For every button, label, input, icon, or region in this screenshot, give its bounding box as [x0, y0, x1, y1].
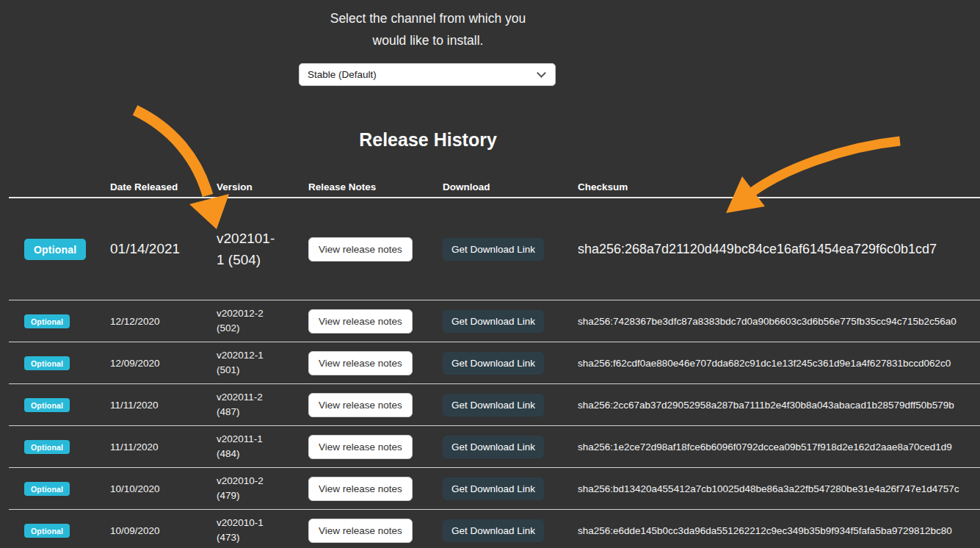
get-download-link-button[interactable]: Get Download Link [443, 519, 544, 542]
view-release-notes-button[interactable]: View release notes [308, 237, 413, 262]
checksum: sha256:f62cdf0ae880e46e707dda682c91dc1e1… [578, 358, 980, 369]
date-released: 12/09/2020 [110, 358, 217, 369]
version: v202010-1 (473) [217, 516, 281, 546]
table-row: Optional 10/09/2020 v202010-1 (473) View… [9, 510, 980, 548]
date-released: 12/12/2020 [110, 316, 217, 327]
status-badge: Optional [24, 440, 70, 454]
header-date-released: Date Released [110, 181, 217, 192]
version: v202012-2 (502) [217, 306, 281, 336]
header-checksum: Checksum [578, 181, 980, 192]
date-released: 10/10/2020 [110, 483, 217, 494]
view-release-notes-button[interactable]: View release notes [308, 477, 413, 501]
version: v202011-1 (484) [217, 432, 281, 462]
version: v202011-2 (487) [217, 390, 281, 420]
status-badge: Optional [24, 482, 70, 496]
table-row: Optional 11/11/2020 v202011-1 (484) View… [9, 426, 980, 468]
status-badge: Optional [24, 356, 70, 370]
channel-select[interactable]: Stable (Default) [299, 63, 556, 86]
table-row: Optional 11/11/2020 v202011-2 (487) View… [9, 384, 980, 426]
view-release-notes-button[interactable]: View release notes [308, 309, 413, 334]
status-badge: Optional [24, 314, 70, 328]
checksum: sha256:1e2ce72d98af18fce6b6096f0792dccea… [578, 441, 980, 453]
table-header-row: Date Released Version Release Notes Down… [9, 176, 980, 198]
header-download: Download [443, 181, 578, 192]
view-release-notes-button[interactable]: View release notes [308, 519, 413, 543]
date-released: 01/14/2021 [110, 241, 217, 257]
view-release-notes-button[interactable]: View release notes [308, 351, 413, 375]
channel-select-value: Stable (Default) [300, 69, 538, 80]
get-download-link-button[interactable]: Get Download Link [443, 310, 544, 333]
view-release-notes-button[interactable]: View release notes [308, 393, 413, 417]
version: v202101-1 (504) [217, 228, 281, 271]
date-released: 10/09/2020 [110, 525, 217, 536]
table-row: Optional 10/10/2020 v202010-2 (479) View… [9, 468, 980, 510]
status-badge: Optional [24, 398, 70, 412]
view-release-notes-button[interactable]: View release notes [308, 435, 413, 459]
get-download-link-button[interactable]: Get Download Link [443, 436, 544, 458]
release-history-page: Select the channel from which you would … [0, 0, 980, 548]
table-row: Optional 12/12/2020 v202012-2 (502) View… [9, 300, 980, 342]
status-badge: Optional [24, 239, 86, 260]
channel-prompt-line1: Select the channel from which you [0, 7, 856, 29]
header-version: Version [217, 181, 308, 192]
get-download-link-button[interactable]: Get Download Link [443, 352, 544, 375]
checksum: sha256:2cc67ab37d29052958a287ba7111b2e4f… [578, 400, 980, 411]
checksum: sha256:bd13420a455412a7cb10025d48be86a3a… [578, 483, 980, 494]
checksum: sha256:7428367be3dfc87a8383bdc7d0a90b660… [578, 316, 980, 327]
table-row: Optional 01/14/2021 v202101-1 (504) View… [9, 198, 980, 300]
date-released: 11/11/2020 [110, 441, 217, 453]
get-download-link-button[interactable]: Get Download Link [443, 477, 544, 500]
header-release-notes: Release Notes [308, 181, 443, 192]
date-released: 11/11/2020 [110, 400, 217, 411]
chevron-down-icon [537, 68, 546, 78]
channel-prompt: Select the channel from which you would … [0, 7, 856, 51]
version: v202010-2 (479) [217, 474, 281, 504]
checksum: sha256:e6dde145b0cc3da96da551262212c9ec3… [578, 525, 980, 536]
table-row: Optional 12/09/2020 v202012-1 (501) View… [9, 342, 980, 384]
get-download-link-button[interactable]: Get Download Link [443, 394, 544, 417]
checksum: sha256:268a7d21120d449bc84ce16af61454ea7… [578, 242, 980, 257]
status-badge: Optional [24, 524, 70, 538]
version: v202012-1 (501) [217, 348, 281, 378]
get-download-link-button[interactable]: Get Download Link [443, 238, 544, 261]
release-history-table: Date Released Version Release Notes Down… [9, 176, 980, 548]
page-title: Release History [0, 129, 856, 151]
channel-prompt-line2: would like to install. [0, 29, 856, 51]
